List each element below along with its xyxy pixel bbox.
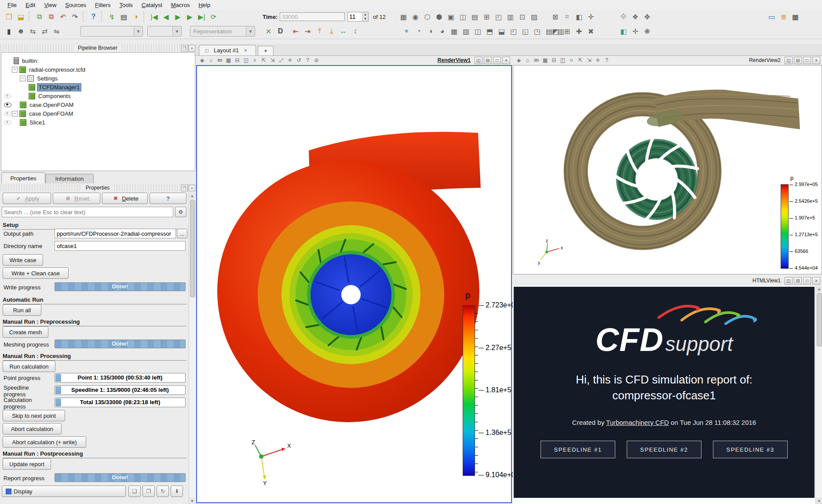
edit-colormap-icon[interactable]: [118, 11, 129, 22]
edit-view-icon[interactable]: [515, 56, 523, 64]
menu-tools[interactable]: Tools: [115, 1, 136, 9]
plot-icon[interactable]: [630, 11, 641, 22]
group-datasets-icon[interactable]: [574, 11, 585, 22]
visibility-eye-icon[interactable]: [4, 111, 11, 116]
glyph-icon[interactable]: [481, 11, 492, 22]
pressure-legend-rv1[interactable]: p 2.723e+05 2.27e+5 1.81e+5 1.36e+5 9.10…: [462, 289, 511, 483]
scroll-up-icon[interactable]: ▲: [189, 193, 195, 199]
menu-macros[interactable]: Macros: [167, 1, 194, 9]
view-minus-z-icon[interactable]: [350, 26, 361, 37]
scroll-up-icon[interactable]: ▲: [816, 286, 822, 292]
edit-view-icon[interactable]: [198, 56, 206, 64]
save-state-icon[interactable]: [46, 11, 57, 22]
htmlview-label[interactable]: HTMLView1: [753, 278, 781, 284]
scroll-down-icon[interactable]: ▼: [189, 498, 195, 504]
clear-selection-icon[interactable]: [312, 56, 321, 64]
zoom-to-box-icon[interactable]: [576, 56, 585, 64]
maximize-view-icon[interactable]: [803, 277, 811, 285]
vcr-block-icon[interactable]: [4, 26, 15, 37]
pipeline-row-tcfdmanager[interactable]: TCFDManager1: [1, 83, 195, 91]
transform-icon[interactable]: [642, 11, 653, 22]
maximize-view-icon[interactable]: [493, 57, 501, 64]
save-data-icon[interactable]: [15, 11, 26, 22]
turbomachinery-cfd-link[interactable]: Turbomachinery CFD: [606, 419, 669, 426]
view-minus-x-icon[interactable]: [290, 26, 301, 37]
globe-icon[interactable]: [410, 11, 421, 22]
split-horizontal-icon[interactable]: [233, 56, 241, 64]
visibility-eye-icon[interactable]: [4, 102, 11, 107]
scroll-down-icon[interactable]: ▼: [816, 498, 822, 504]
loop-icon[interactable]: [208, 11, 219, 22]
delete-button[interactable]: Delete: [102, 193, 148, 204]
close-view-icon[interactable]: [812, 57, 820, 64]
select-cells-icon[interactable]: [251, 56, 259, 64]
close-tab-icon[interactable]: [241, 47, 250, 55]
rotate-90-cw-icon[interactable]: [413, 26, 424, 37]
split-horizontal-icon[interactable]: [550, 56, 558, 64]
screenshot-icon[interactable]: [766, 11, 777, 22]
html-report-view[interactable]: CFDsupport Hi, this is CFD simulation re…: [513, 286, 822, 504]
pressure-legend-rv2[interactable]: p 2.997e+05 2.5426e+5 1.907e+5 1.2713e+5…: [778, 175, 821, 274]
slice-icon[interactable]: [505, 11, 516, 22]
view-plus-y-icon[interactable]: [314, 26, 325, 37]
rotate-reset-icon[interactable]: [437, 26, 448, 37]
calculator-icon[interactable]: [398, 11, 409, 22]
frame-input[interactable]: [348, 13, 362, 20]
reset-camera-icon[interactable]: [207, 56, 215, 64]
renderview2-label[interactable]: RenderView2: [749, 57, 781, 63]
grid-icon[interactable]: [224, 56, 233, 64]
reset-display-button[interactable]: [157, 486, 169, 497]
spinner-arrows[interactable]: ▲▼: [362, 12, 368, 21]
properties-titlebar[interactable]: Properties: [0, 184, 195, 191]
pipeline-row-settings[interactable]: Settings: [1, 74, 195, 83]
extract-block-icon[interactable]: [446, 11, 457, 22]
collapse-icon[interactable]: [20, 76, 26, 81]
sync-views-icon[interactable]: [51, 26, 62, 37]
color-legend-stack-icon[interactable]: [778, 11, 789, 22]
zoom-to-box-icon[interactable]: [259, 56, 268, 64]
view-plus-z-icon[interactable]: [338, 26, 349, 37]
split-view-vertical-icon[interactable]: [484, 57, 492, 64]
add-source-icon[interactable]: [574, 26, 585, 37]
tab-information[interactable]: Information: [45, 174, 94, 183]
previous-frame-icon[interactable]: [161, 11, 172, 22]
search-input[interactable]: [2, 207, 173, 217]
scrollbar-thumb[interactable]: [190, 200, 195, 297]
points-icon[interactable]: [496, 26, 507, 37]
add-view-icon[interactable]: [562, 26, 573, 37]
representation-dropdown[interactable]: Representation ▼: [190, 26, 255, 37]
close-dock-icon[interactable]: [189, 45, 195, 51]
close-dock-icon[interactable]: [189, 185, 195, 191]
create-mesh-button[interactable]: Create mesh: [3, 326, 48, 338]
first-frame-icon[interactable]: [149, 11, 160, 22]
threshold-icon[interactable]: [517, 11, 528, 22]
display-section-toggle[interactable]: Display: [2, 486, 126, 497]
renderview1-label[interactable]: RenderView1: [438, 57, 471, 63]
open-file-icon[interactable]: [4, 11, 15, 22]
contour-icon[interactable]: [529, 11, 540, 22]
render-view-2[interactable]: p 2.997e+05 2.5426e+5 1.907e+5 1.2713e+5…: [513, 65, 822, 274]
menu-filters[interactable]: Filters: [91, 1, 114, 9]
time-input[interactable]: [280, 12, 345, 21]
menu-file[interactable]: File: [4, 1, 21, 9]
spreadsheet-icon[interactable]: [469, 11, 480, 22]
close-view-icon[interactable]: [812, 277, 820, 285]
pattern-icon[interactable]: [790, 11, 801, 22]
float-dock-icon[interactable]: [181, 45, 188, 51]
stream-tracer-icon[interactable]: [550, 11, 561, 22]
selection-icon[interactable]: [550, 26, 561, 37]
auto-apply-icon[interactable]: [106, 11, 117, 22]
copy-display-button[interactable]: [128, 486, 141, 497]
help-icon[interactable]: [603, 56, 611, 64]
run-all-button[interactable]: Run all: [3, 304, 41, 316]
snowflake-icon[interactable]: [642, 26, 653, 37]
menu-help[interactable]: Help: [194, 1, 214, 9]
split-view-vertical-icon[interactable]: [794, 57, 802, 64]
wireframe-icon[interactable]: [484, 26, 495, 37]
split-view-horizontal-icon[interactable]: [785, 277, 793, 285]
play-icon[interactable]: [172, 11, 183, 22]
pipeline-row-components[interactable]: Components: [1, 91, 195, 100]
probe-icon[interactable]: [594, 56, 602, 64]
menu-edit[interactable]: Edit: [22, 1, 39, 9]
search-options-button[interactable]: [175, 207, 186, 217]
